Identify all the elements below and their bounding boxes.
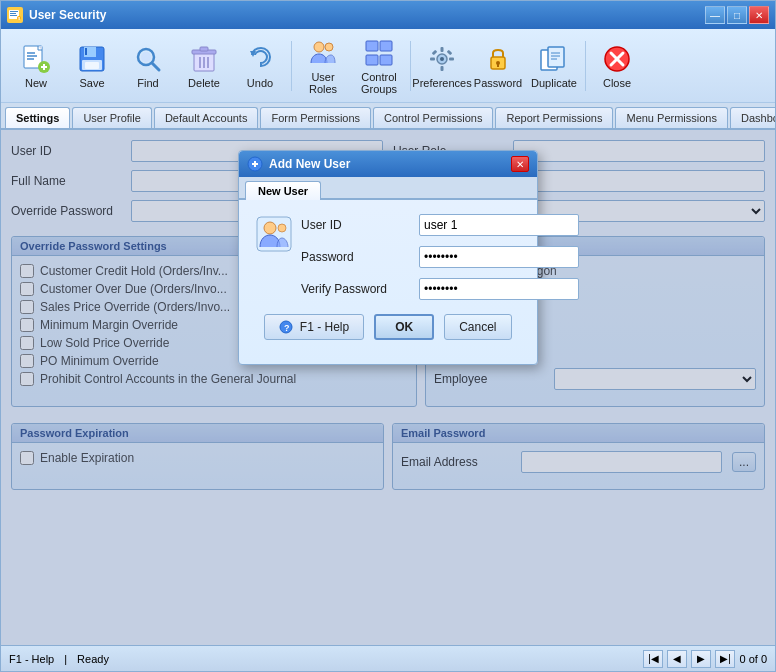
svg-text:?: ?: [284, 323, 290, 333]
find-icon: [132, 43, 164, 75]
modal-userid-input[interactable]: [419, 214, 579, 236]
save-icon: [76, 43, 108, 75]
user-roles-icon: [307, 37, 339, 69]
modal-close-button[interactable]: ✕: [511, 156, 529, 172]
user-roles-button[interactable]: User Roles: [296, 35, 350, 97]
preferences-label: Preferences: [412, 77, 471, 89]
svg-rect-38: [441, 66, 444, 71]
modal-cancel-button[interactable]: Cancel: [444, 314, 511, 340]
status-ready: Ready: [77, 653, 109, 665]
main-window: $ User Security — □ ✕: [0, 0, 776, 672]
modal-verify-row: Verify Password: [301, 278, 579, 300]
toolbar-divider-2: [410, 41, 411, 91]
svg-rect-18: [85, 62, 99, 69]
modal-help-label: ? F1 - Help: [279, 320, 349, 334]
undo-label: Undo: [247, 77, 273, 89]
password-button[interactable]: Password: [471, 35, 525, 97]
save-label: Save: [79, 77, 104, 89]
tab-default-accounts[interactable]: Default Accounts: [154, 107, 259, 128]
svg-rect-1: [10, 11, 18, 12]
svg-rect-39: [430, 57, 435, 60]
svg-rect-40: [449, 57, 454, 60]
modal-content: User ID Password Verify Password: [239, 200, 537, 364]
delete-button[interactable]: Delete: [177, 35, 231, 97]
tab-control-permissions[interactable]: Control Permissions: [373, 107, 493, 128]
help-icon: ?: [279, 320, 293, 334]
toolbar-divider-3: [585, 41, 586, 91]
toolbar: New Save Find: [1, 29, 775, 103]
undo-icon: [244, 43, 276, 75]
app-icon: $: [7, 7, 23, 23]
title-controls: — □ ✕: [705, 6, 769, 24]
tab-menu-permissions[interactable]: Menu Permissions: [615, 107, 727, 128]
svg-rect-3: [10, 15, 17, 16]
new-button[interactable]: New: [9, 35, 63, 97]
status-right: |◀ ◀ ▶ ▶| 0 of 0: [643, 650, 767, 668]
password-icon: [482, 43, 514, 75]
close-toolbar-button[interactable]: Close: [590, 35, 644, 97]
svg-rect-37: [441, 47, 444, 52]
delete-label: Delete: [188, 77, 220, 89]
close-toolbar-label: Close: [603, 77, 631, 89]
svg-rect-2: [10, 13, 16, 14]
modal-tab-new-user[interactable]: New User: [245, 181, 321, 200]
new-icon: [20, 43, 52, 75]
nav-prev-button[interactable]: ◀: [667, 650, 687, 668]
undo-button[interactable]: Undo: [233, 35, 287, 97]
title-bar: $ User Security — □ ✕: [1, 1, 775, 29]
control-groups-label: Control Groups: [355, 71, 403, 95]
modal-fields: User ID Password Verify Password: [301, 214, 579, 310]
nav-first-button[interactable]: |◀: [643, 650, 663, 668]
minimize-button[interactable]: —: [705, 6, 725, 24]
svg-rect-31: [366, 41, 378, 51]
modal-title-text: Add New User: [269, 157, 350, 171]
modal-tab-bar: New User: [239, 177, 537, 200]
svg-rect-32: [380, 41, 392, 51]
content-area: User ID Full Name Override Password User…: [1, 130, 775, 645]
tab-user-profile[interactable]: User Profile: [72, 107, 151, 128]
control-groups-button[interactable]: Control Groups: [352, 35, 406, 97]
svg-rect-42: [447, 49, 453, 55]
control-groups-icon: [363, 37, 395, 69]
nav-last-button[interactable]: ▶|: [715, 650, 735, 668]
svg-rect-41: [432, 49, 438, 55]
find-label: Find: [137, 77, 158, 89]
modal-password-row: Password: [301, 246, 579, 268]
svg-point-30: [325, 43, 333, 51]
modal-icon: [247, 156, 263, 172]
tab-form-permissions[interactable]: Form Permissions: [260, 107, 371, 128]
status-left: F1 - Help | Ready: [9, 653, 109, 665]
record-count: 0 of 0: [739, 653, 767, 665]
maximize-button[interactable]: □: [727, 6, 747, 24]
modal-ok-button[interactable]: OK: [374, 314, 434, 340]
tab-settings[interactable]: Settings: [5, 107, 70, 130]
svg-rect-47: [548, 47, 564, 67]
add-new-user-modal: Add New User ✕ New User: [238, 150, 538, 365]
svg-point-58: [264, 222, 276, 234]
modal-userid-row: User ID: [301, 214, 579, 236]
window-title: User Security: [29, 8, 106, 22]
status-bar: F1 - Help | Ready |◀ ◀ ▶ ▶| 0 of 0: [1, 645, 775, 671]
duplicate-button[interactable]: Duplicate: [527, 35, 581, 97]
svg-point-59: [278, 224, 286, 232]
user-roles-label: User Roles: [299, 71, 347, 95]
password-label: Password: [474, 77, 522, 89]
modal-help-button[interactable]: ? F1 - Help: [264, 314, 364, 340]
new-label: New: [25, 77, 47, 89]
svg-rect-45: [497, 63, 499, 67]
tab-report-permissions[interactable]: Report Permissions: [495, 107, 613, 128]
duplicate-icon: [538, 43, 570, 75]
svg-point-21: [141, 52, 151, 62]
preferences-button[interactable]: Preferences: [415, 35, 469, 97]
save-button[interactable]: Save: [65, 35, 119, 97]
svg-line-20: [152, 63, 159, 70]
modal-verify-input[interactable]: [419, 278, 579, 300]
modal-overlay: Add New User ✕ New User: [1, 130, 775, 645]
nav-next-button[interactable]: ▶: [691, 650, 711, 668]
tab-dashboard-permissions[interactable]: Dashboard Permissions: [730, 107, 775, 128]
window-close-button[interactable]: ✕: [749, 6, 769, 24]
tab-bar: Settings User Profile Default Accounts F…: [1, 103, 775, 130]
find-button[interactable]: Find: [121, 35, 175, 97]
modal-password-input[interactable]: [419, 246, 579, 268]
delete-icon: [188, 43, 220, 75]
